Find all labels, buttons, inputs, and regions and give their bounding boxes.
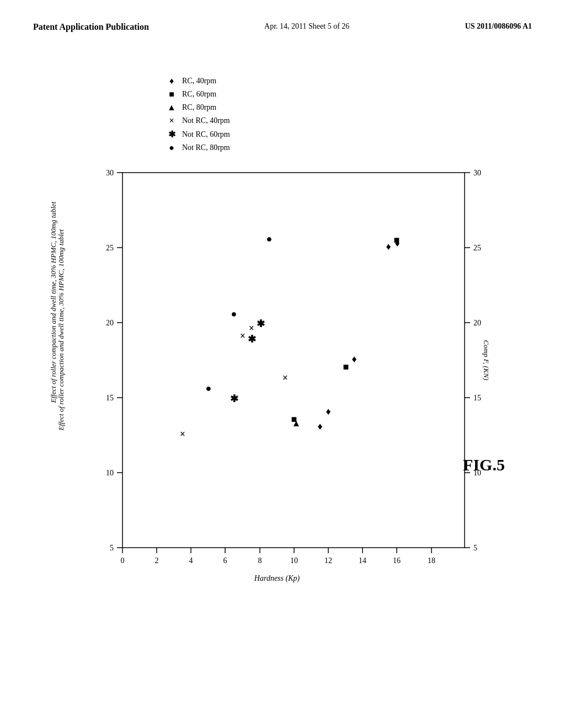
svg-text:4: 4 — [189, 556, 193, 565]
point-rc40-4: ♦ — [326, 406, 331, 417]
point-rc60-2: ■ — [343, 361, 349, 372]
point-notrc40-2: × — [249, 323, 254, 334]
legend-item-rc60: ■ RC, 60rpm — [167, 89, 230, 99]
svg-text:14: 14 — [359, 556, 366, 565]
point-notrc40-1: × — [282, 372, 288, 383]
legend-item-notrc40: × Not RC, 40rpm — [167, 116, 230, 126]
sheet-info: Apr. 14, 2011 Sheet 5 of 26 — [264, 22, 349, 31]
legend-label-rc40: RC, 40rpm — [182, 77, 216, 85]
svg-rect-0 — [122, 173, 465, 548]
point-notrc60-3: ✱ — [230, 393, 238, 404]
y-axis-label-rotated: Effect of roller compaction and dwell ti… — [57, 229, 66, 431]
y-axis-label-container: Effect of roller compaction and dwell ti… — [53, 164, 70, 495]
chart-svg: 0 2 4 6 8 10 12 14 16 18 Hardness (Kp) — [89, 173, 487, 570]
point-rc40-3: ♦ — [351, 354, 356, 365]
svg-text:18: 18 — [428, 556, 435, 565]
svg-text:6: 6 — [223, 556, 227, 565]
svg-text:16: 16 — [393, 556, 401, 565]
point-notrc60-1: ✱ — [257, 318, 265, 329]
svg-text:10: 10 — [106, 469, 114, 477]
svg-text:12: 12 — [324, 556, 332, 565]
svg-text:30: 30 — [106, 169, 114, 177]
point-notrc80-1: ● — [266, 233, 273, 244]
point-rc40-5: ♦ — [317, 421, 322, 432]
point-rc40-2: ♦ — [386, 241, 391, 252]
svg-text:25: 25 — [473, 244, 481, 252]
svg-text:Comp F, (KN): Comp F, (KN) — [482, 340, 491, 380]
legend-symbol-rc40: ♦ — [167, 76, 177, 86]
legend-label-notrc40: Not RC, 40rpm — [182, 116, 230, 125]
svg-text:15: 15 — [106, 394, 114, 402]
legend-symbol-rc80: ▲ — [167, 103, 177, 113]
legend-symbol-notrc60: ✱ — [167, 129, 177, 140]
legend-item-rc40: ♦ RC, 40rpm — [167, 76, 230, 86]
legend-item-notrc60: ✱ Not RC, 60rpm — [167, 129, 230, 140]
legend-label-rc60: RC, 60rpm — [182, 90, 216, 99]
legend-symbol-rc60: ■ — [167, 89, 177, 99]
page-header: Patent Application Publication Apr. 14, … — [0, 0, 565, 43]
svg-text:10: 10 — [290, 556, 298, 565]
legend-symbol-notrc80: ● — [167, 143, 177, 153]
point-rc80-1: ▲ — [292, 418, 301, 429]
svg-text:0: 0 — [121, 556, 125, 565]
chart-container: ♦ RC, 40rpm ■ RC, 60rpm ▲ RC, 80rpm × No… — [45, 54, 520, 633]
legend-item-notrc80: ● Not RC, 80rpm — [167, 143, 230, 153]
legend-label-notrc60: Not RC, 60rpm — [182, 130, 230, 139]
point-notrc40-3: × — [240, 330, 246, 341]
svg-text:20: 20 — [473, 319, 481, 327]
svg-text:5: 5 — [110, 544, 114, 552]
patent-number: US 2011/0086096 A1 — [465, 22, 532, 31]
chart-legend: ♦ RC, 40rpm ■ RC, 60rpm ▲ RC, 80rpm × No… — [167, 76, 230, 153]
legend-label-rc80: RC, 80rpm — [182, 103, 216, 112]
publication-label: Patent Application Publication — [33, 22, 149, 32]
svg-text:8: 8 — [258, 556, 262, 565]
svg-text:15: 15 — [473, 394, 481, 402]
point-notrc80-3: ● — [206, 383, 212, 394]
svg-text:20: 20 — [106, 319, 114, 327]
legend-label-notrc80: Not RC, 80rpm — [182, 143, 230, 152]
point-rc60-1: ■ — [394, 234, 400, 245]
point-notrc40-4: × — [180, 429, 185, 440]
legend-item-rc80: ▲ RC, 80rpm — [167, 103, 230, 113]
legend-symbol-notrc40: × — [167, 116, 177, 126]
svg-text:FIG.5: FIG.5 — [463, 456, 505, 474]
svg-text:30: 30 — [473, 169, 481, 177]
point-notrc60-2: ✱ — [248, 334, 256, 345]
point-notrc80-2: ● — [231, 308, 237, 319]
svg-text:25: 25 — [106, 244, 114, 252]
svg-text:2: 2 — [155, 556, 159, 565]
svg-text:5: 5 — [473, 544, 477, 552]
svg-text:Hardness (Kp): Hardness (Kp) — [254, 574, 300, 583]
